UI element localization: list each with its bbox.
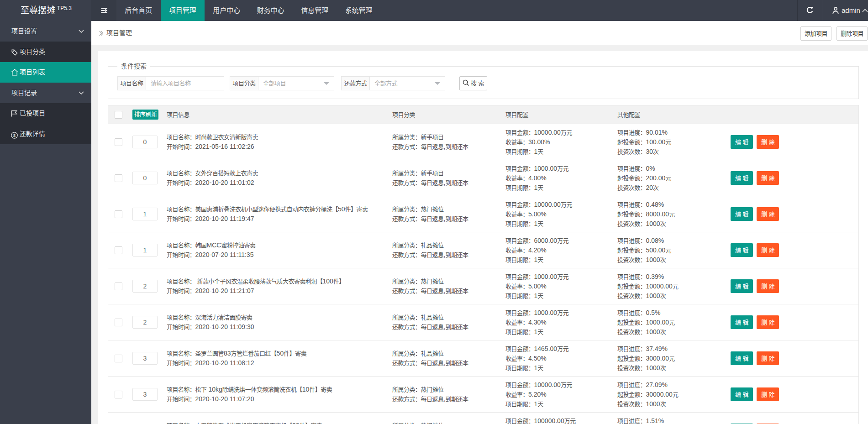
svg-text:$: $	[13, 133, 16, 138]
